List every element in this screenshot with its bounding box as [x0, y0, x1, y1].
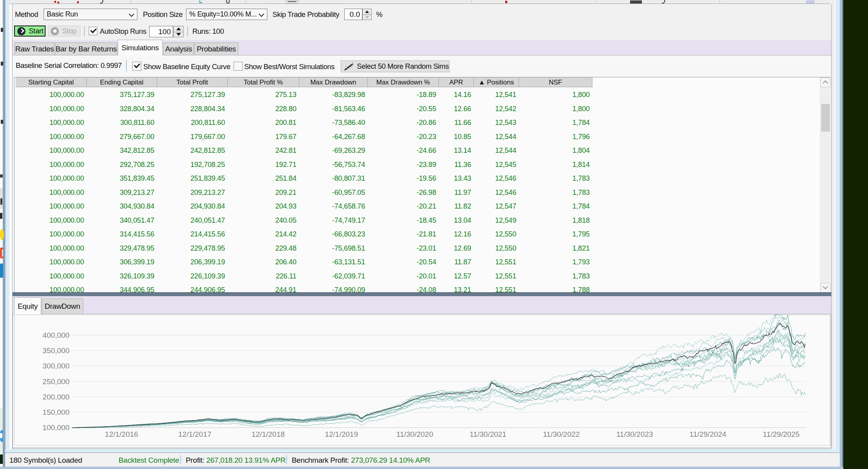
svg-text:12/1/2017: 12/1/2017: [178, 430, 212, 438]
svg-text:11/29/2024: 11/29/2024: [689, 430, 726, 438]
svg-text:400,000: 400,000: [42, 331, 69, 339]
svg-text:12/1/2016: 12/1/2016: [105, 430, 138, 438]
svg-text:150,000: 150,000: [42, 408, 69, 416]
svg-text:200,000: 200,000: [42, 393, 69, 401]
svg-text:350,000: 350,000: [42, 346, 69, 355]
svg-text:12/1/2018: 12/1/2018: [252, 430, 285, 438]
svg-text:300,000: 300,000: [42, 362, 69, 370]
svg-text:11/29/2025: 11/29/2025: [763, 430, 800, 438]
svg-text:11/30/2020: 11/30/2020: [397, 430, 433, 438]
svg-text:11/30/2023: 11/30/2023: [616, 430, 653, 438]
svg-text:250,000: 250,000: [42, 377, 69, 386]
svg-text:11/30/2022: 11/30/2022: [543, 430, 580, 438]
svg-text:11/30/2021: 11/30/2021: [470, 430, 506, 438]
svg-text:12/1/2019: 12/1/2019: [325, 430, 358, 438]
svg-text:100,000: 100,000: [42, 423, 69, 432]
